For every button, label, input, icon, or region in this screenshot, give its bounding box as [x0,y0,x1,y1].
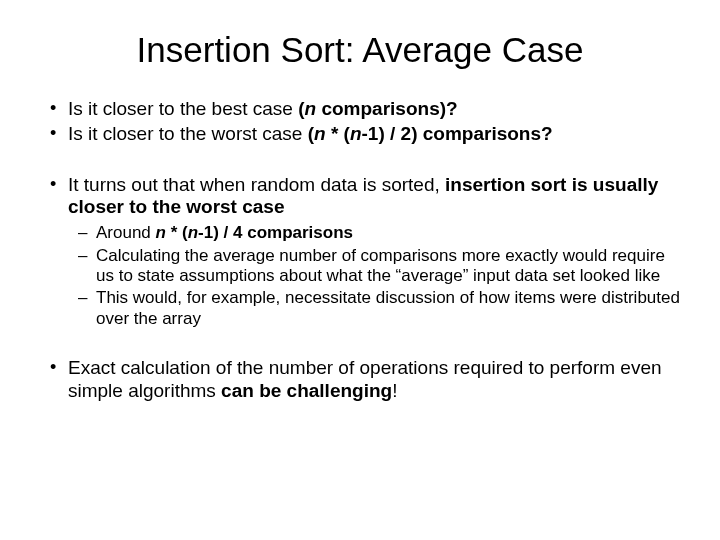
t: * ( [326,123,350,144]
bullet-random-data: It turns out that when random data is so… [40,174,680,330]
slide: Insertion Sort: Average Case Is it close… [0,0,720,540]
text: Around [96,223,156,242]
var-n: n [188,223,198,242]
sub-bullet-distribution: This would, for example, necessitate dis… [68,288,680,329]
bullet-best-case: Is it closer to the best case (n compari… [40,98,680,121]
sub-bullet-around: Around n * (n-1) / 4 comparisons [68,223,680,243]
bullet-worst-case: Is it closer to the worst case (n * (n-1… [40,123,680,146]
sub-list: Around n * (n-1) / 4 comparisons Calcula… [68,223,680,329]
t: -1) / 4 comparisons [198,223,353,242]
bold: (n comparisons)? [298,98,457,119]
bold: n * (n-1) / 4 comparisons [156,223,353,242]
t: * ( [166,223,188,242]
text: Is it closer to the best case [68,98,298,119]
bullet-exact-calculation: Exact calculation of the number of opera… [40,357,680,403]
slide-title: Insertion Sort: Average Case [40,30,680,70]
text: It turns out that when random data is so… [68,174,445,195]
var-n: n [156,223,166,242]
t: comparisons)? [316,98,457,119]
bold: (n * (n-1) / 2) comparisons? [308,123,553,144]
var-n: n [350,123,362,144]
text: ! [392,380,397,401]
sub-bullet-calculating: Calculating the average number of compar… [68,246,680,287]
bold: can be challenging [221,380,392,401]
text: Is it closer to the worst case [68,123,308,144]
var-n: n [314,123,326,144]
bullet-list: Is it closer to the best case (n compari… [40,98,680,403]
t: -1) / 2) comparisons? [362,123,553,144]
var-n: n [305,98,317,119]
